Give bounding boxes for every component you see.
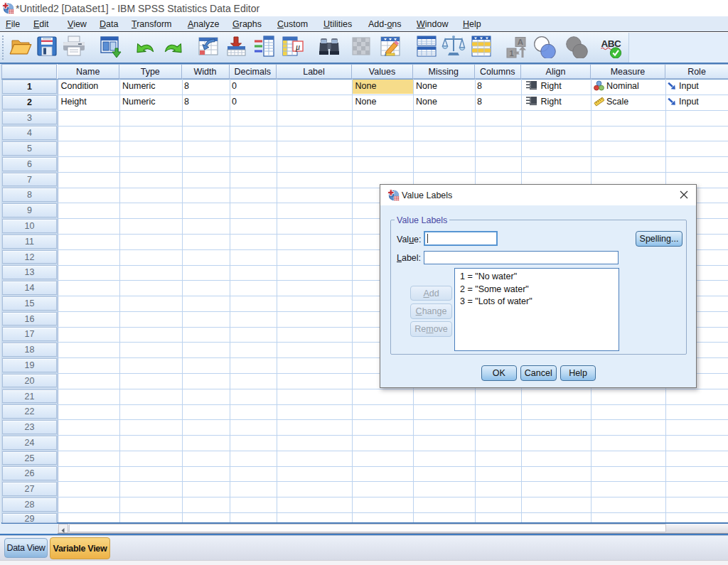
svg-text:A: A <box>518 38 523 46</box>
svg-text:1: 1 <box>509 49 513 58</box>
svg-text:ABC: ABC <box>601 38 621 49</box>
svg-text:μ: μ <box>295 42 300 52</box>
